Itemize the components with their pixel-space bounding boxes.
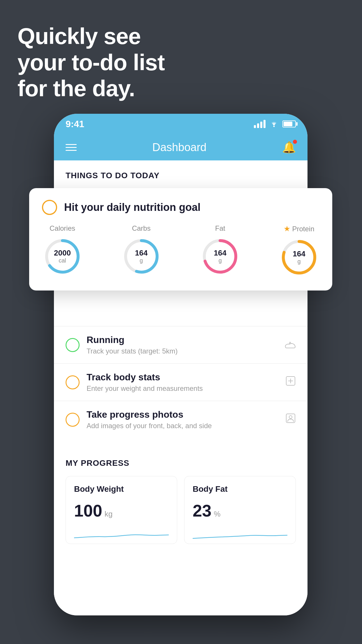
- headline-line2: your to-do list: [17, 50, 165, 76]
- todo-item-photos[interactable]: Take progress photos Add images of your …: [54, 401, 307, 438]
- hamburger-line: [66, 147, 77, 148]
- nutrition-label-fat: Fat: [215, 224, 225, 232]
- progress-value-fat: 23: [193, 501, 212, 520]
- progress-unit-weight: kg: [105, 510, 113, 519]
- scale-icon: [285, 376, 296, 389]
- todo-title-running: Running: [87, 335, 278, 345]
- status-icons: [254, 119, 296, 129]
- progress-header: MY PROGRESS: [66, 459, 296, 468]
- hamburger-line: [66, 150, 77, 151]
- section-header: THINGS TO DO TODAY: [54, 160, 307, 186]
- progress-section: MY PROGRESS Body Weight 100 kg Body F: [54, 447, 307, 544]
- progress-card-fat: Body Fat 23 %: [184, 476, 296, 544]
- todo-item-body-stats[interactable]: Track body stats Enter your weight and m…: [54, 363, 307, 401]
- nutrition-label-protein: ★Protein: [284, 224, 314, 233]
- todo-text-body-stats: Track body stats Enter your weight and m…: [87, 372, 278, 393]
- signal-icon: [254, 120, 266, 128]
- status-bar: 9:41: [54, 114, 307, 134]
- card-title: Hit your daily nutrition goal: [64, 201, 201, 214]
- headline-line1: Quickly see: [17, 23, 165, 50]
- todo-sub-running: Track your stats (target: 5km): [87, 347, 278, 355]
- nutrition-item-calories: Calories 2000 cal: [42, 224, 83, 277]
- shoe-icon: [285, 339, 296, 351]
- ring-fat: 164 g: [200, 236, 240, 277]
- todo-text-photos: Take progress photos Add images of your …: [87, 409, 278, 430]
- todo-circle-photos: [66, 413, 80, 427]
- progress-card-title-weight: Body Weight: [74, 484, 169, 494]
- nutrition-item-protein: ★Protein 164 g: [279, 224, 319, 278]
- notification-bell-icon[interactable]: 🔔: [282, 141, 296, 154]
- hamburger-menu[interactable]: [66, 144, 77, 151]
- headline-line3: for the day.: [17, 76, 165, 102]
- nutrition-item-fat: Fat 164 g: [200, 224, 240, 277]
- svg-point-5: [289, 416, 292, 419]
- progress-card-weight: Body Weight 100 kg: [66, 476, 177, 544]
- progress-value-row-weight: 100 kg: [74, 501, 169, 520]
- ring-calories: 2000 cal: [42, 236, 83, 277]
- todo-sub-photos: Add images of your front, back, and side: [87, 422, 278, 430]
- progress-value-row-fat: 23 %: [193, 501, 287, 520]
- nutrition-circles: Calories 2000 cal Carbs 164 g Fat: [42, 224, 319, 278]
- card-title-row: Hit your daily nutrition goal: [42, 200, 319, 215]
- weight-chart: [74, 526, 169, 544]
- nav-title: Dashboard: [152, 141, 207, 154]
- nutrition-label-carbs: Carbs: [132, 224, 151, 232]
- todo-sub-body-stats: Enter your weight and measurements: [87, 384, 278, 393]
- progress-cards: Body Weight 100 kg Body Fat 23: [66, 476, 296, 544]
- todo-list: Running Track your stats (target: 5km) T…: [54, 326, 307, 438]
- hamburger-line: [66, 144, 77, 145]
- card-check-circle: [42, 200, 57, 215]
- todo-title-photos: Take progress photos: [87, 409, 278, 420]
- status-time: 9:41: [66, 119, 84, 130]
- star-icon: ★: [284, 224, 290, 233]
- todo-circle-body-stats: [66, 375, 80, 389]
- progress-unit-fat: %: [214, 510, 221, 519]
- nutrition-card: Hit your daily nutrition goal Calories 2…: [29, 188, 332, 290]
- nutrition-item-carbs: Carbs 164 g: [121, 224, 162, 277]
- ring-carbs: 164 g: [121, 236, 162, 277]
- nutrition-label-calories: Calories: [50, 224, 75, 232]
- svg-point-0: [273, 125, 275, 127]
- todo-title-body-stats: Track body stats: [87, 372, 278, 383]
- nav-bar: Dashboard 🔔: [54, 134, 307, 160]
- wifi-icon: [269, 119, 279, 129]
- todo-item-running[interactable]: Running Track your stats (target: 5km): [54, 326, 307, 363]
- ring-protein: 164 g: [279, 237, 319, 278]
- headline: Quickly see your to-do list for the day.: [17, 23, 165, 102]
- fat-chart: [193, 526, 287, 544]
- todo-circle-running: [66, 338, 80, 352]
- notification-dot: [293, 140, 297, 144]
- progress-value-weight: 100: [74, 501, 102, 520]
- battery-icon: [282, 120, 296, 127]
- person-icon: [285, 413, 296, 426]
- progress-card-title-fat: Body Fat: [193, 484, 287, 494]
- todo-text-running: Running Track your stats (target: 5km): [87, 335, 278, 355]
